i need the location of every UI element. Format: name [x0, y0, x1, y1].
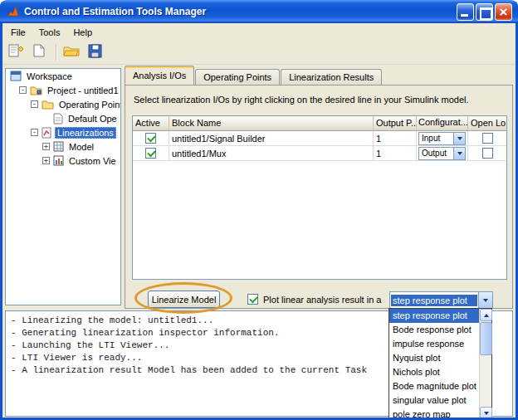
tree-item-workspace[interactable]: Workspace: [6, 69, 120, 83]
tree-item-label: Custom Vie: [67, 156, 118, 166]
toolbar-separator: [56, 44, 56, 61]
custom-views-icon: [53, 155, 64, 166]
active-checkbox[interactable]: [145, 133, 156, 144]
column-header-configuration[interactable]: Configurat...: [417, 116, 468, 130]
configuration-value: Output: [419, 149, 453, 158]
chevron-down-icon: [453, 148, 465, 159]
matlab-icon: [6, 5, 20, 19]
maximize-button[interactable]: [476, 3, 493, 21]
tree-item-default-operating-point[interactable]: Default Ope: [6, 111, 120, 125]
dropdown-option-nichols[interactable]: Nichols plot: [389, 365, 479, 379]
column-header-output-points[interactable]: Output P...: [374, 116, 417, 130]
tab-strip: Analysis I/Os Operating Points Lineariza…: [125, 66, 383, 85]
project-icon: [30, 85, 42, 95]
dropdown-option-bode-magnitude[interactable]: Bode magnitude plot: [389, 379, 479, 393]
active-checkbox[interactable]: [145, 148, 156, 159]
collapse-expander-icon[interactable]: [31, 129, 38, 136]
dropdown-scrollbar[interactable]: [479, 309, 491, 419]
model-icon: [53, 141, 64, 152]
new-project-icon: [7, 43, 24, 61]
tree-item-label: Model: [67, 142, 95, 152]
linearizations-icon: [42, 127, 51, 139]
tree-item-linearizations[interactable]: Linearizations: [6, 125, 120, 139]
column-header-active[interactable]: Active: [133, 116, 169, 130]
project-tree: Workspace Project - untitled1 Operating …: [5, 68, 121, 305]
tree-item-project[interactable]: Project - untitled1: [6, 83, 120, 97]
open-folder-icon: [63, 44, 80, 61]
dropdown-option-pole-zero[interactable]: pole zero map: [389, 408, 479, 420]
minimize-button[interactable]: [457, 3, 474, 21]
plot-type-dropdown-list: step response plot Bode response plot im…: [388, 308, 492, 420]
configuration-select[interactable]: Input: [418, 132, 466, 145]
scroll-down-icon[interactable]: [480, 407, 492, 419]
dropdown-option-bode-response[interactable]: Bode response plot: [389, 323, 479, 337]
app-window: Control and Estimation Tools Manager Fil…: [0, 0, 518, 420]
new-document-icon: [32, 43, 46, 61]
new-project-button[interactable]: [5, 42, 27, 62]
workspace-icon: [10, 71, 22, 81]
block-name-cell: untitled1/Signal Builder: [169, 131, 374, 145]
instruction-text: Select linearization I/Os by right click…: [134, 95, 469, 105]
menu-file[interactable]: File: [5, 26, 32, 39]
expand-expander-icon[interactable]: [42, 143, 50, 150]
folder-icon: [42, 99, 54, 110]
plot-type-combobox[interactable]: step response plot: [389, 291, 493, 309]
tree-item-operating-points[interactable]: Operating Points: [6, 97, 120, 111]
dropdown-option-singular-value[interactable]: singular value plot: [389, 393, 479, 408]
toolbar: [0, 41, 518, 65]
scrollbar-thumb[interactable]: [480, 322, 492, 355]
title-bar[interactable]: Control and Estimation Tools Manager: [0, 0, 518, 23]
linearize-model-button[interactable]: Linearize Model: [148, 291, 220, 308]
tab-operating-points[interactable]: Operating Points: [195, 69, 280, 85]
dropdown-option-nyquist[interactable]: Nyquist plot: [389, 351, 479, 365]
open-loop-checkbox[interactable]: [482, 133, 493, 144]
column-header-open-loop[interactable]: Open Lo...: [468, 116, 506, 130]
tree-item-label: Linearizations: [55, 127, 116, 139]
close-button[interactable]: [495, 3, 512, 21]
new-document-button[interactable]: [28, 42, 50, 62]
scroll-up-icon[interactable]: [480, 309, 492, 321]
dropdown-option-impulse-response[interactable]: impulse response: [389, 337, 479, 351]
table-header: Active Block Name Output P... Configurat…: [133, 116, 506, 131]
menu-help[interactable]: Help: [67, 26, 98, 39]
tree-item-label: Default Ope: [66, 114, 119, 124]
collapse-expander-icon[interactable]: [19, 86, 27, 94]
tab-linearization-results[interactable]: Linearization Results: [281, 69, 382, 85]
configuration-select[interactable]: Output: [418, 147, 466, 160]
table-row[interactable]: untitled1/Signal Builder 1 Input: [133, 131, 506, 146]
column-header-block-name[interactable]: Block Name: [169, 116, 374, 130]
analysis-ios-panel: Select linearization I/Os by right click…: [125, 85, 513, 309]
tree-item-label: Project - untitled1: [46, 85, 120, 95]
output-points-cell: 1: [374, 146, 417, 160]
window-title: Control and Estimation Tools Manager: [24, 6, 457, 17]
tab-analysis-ios[interactable]: Analysis I/Os: [125, 66, 194, 85]
plot-type-value: step response plot: [391, 295, 477, 306]
chevron-down-icon[interactable]: [478, 292, 492, 308]
tree-item-model[interactable]: Model: [6, 139, 120, 154]
chevron-down-icon: [453, 133, 465, 144]
expand-expander-icon[interactable]: [42, 157, 50, 164]
menu-bar: File Tools Help: [0, 23, 518, 41]
plot-result-label: Plot linear analysis result in a: [263, 295, 381, 305]
configuration-value: Input: [419, 134, 453, 143]
collapse-expander-icon[interactable]: [31, 100, 38, 108]
save-button[interactable]: [84, 42, 105, 62]
dropdown-option-step-response[interactable]: step response plot: [389, 309, 479, 323]
open-button[interactable]: [61, 42, 82, 62]
plot-result-checkbox[interactable]: [247, 294, 258, 305]
tree-item-label: Workspace: [25, 71, 74, 81]
io-table: Active Block Name Output P... Configurat…: [132, 115, 507, 280]
block-name-cell: untitled1/Mux: [169, 146, 374, 160]
open-loop-checkbox[interactable]: [482, 148, 493, 159]
table-row[interactable]: untitled1/Mux 1 Output: [133, 146, 506, 161]
tree-item-custom-views[interactable]: Custom Vie: [6, 154, 120, 168]
menu-tools[interactable]: Tools: [33, 26, 66, 39]
output-points-cell: 1: [374, 131, 417, 145]
operating-point-icon: [53, 113, 63, 125]
tree-item-label: Operating Points: [57, 100, 121, 110]
save-icon: [88, 44, 102, 61]
